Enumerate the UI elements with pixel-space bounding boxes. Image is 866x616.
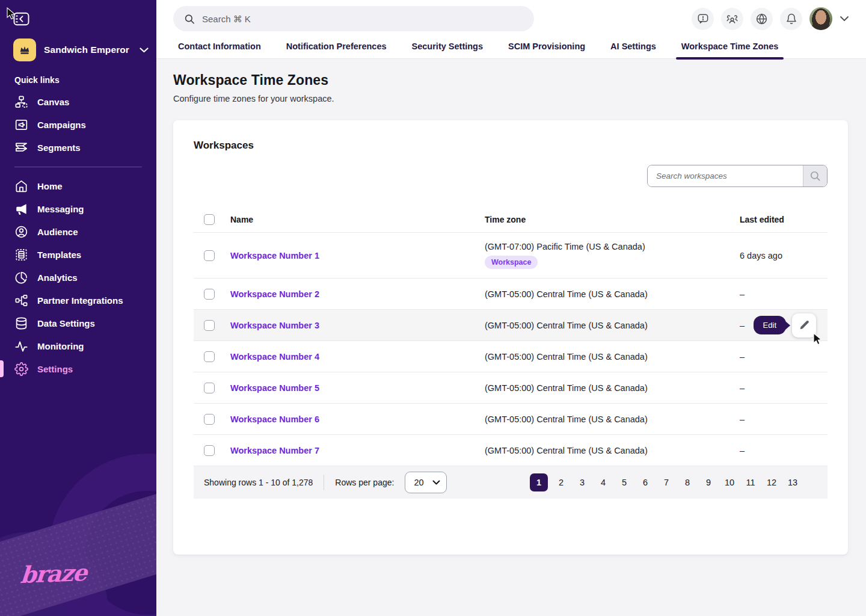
sidebar-item-analytics[interactable]: Analytics [0,266,156,289]
table-row: Workspace Number 5 (GMT-05:00) Central T… [194,372,828,404]
sidebar-item-label: Audience [37,227,78,237]
tab-scim-provisioning[interactable]: SCIM Provisioning [508,42,585,58]
sidebar-item-templates[interactable]: Templates [0,243,156,266]
edit-tooltip: Edit [754,316,786,334]
table-footer: Showing rows 1 - 10 of 1,278 Rows per pa… [194,466,828,499]
page-number[interactable]: 12 [764,473,779,491]
sidebar-item-segments[interactable]: Segments [0,136,156,159]
locale-button[interactable] [751,8,773,30]
tab-contact-information[interactable]: Contact Information [178,42,261,58]
page-number[interactable]: 3 [574,473,590,491]
workspace-search [647,165,828,187]
tab-ai-settings[interactable]: AI Settings [610,42,656,58]
topbar-actions [692,7,849,30]
main-area: Contact Information Notification Prefere… [156,0,866,616]
timezone-value: (GMT-05:00) Central Time (US & Canada) [485,414,740,424]
row-edit-controls: Edit [754,313,816,337]
row-checkbox[interactable] [204,250,215,261]
page-number[interactable]: 9 [701,473,716,491]
workspace-search-input[interactable] [648,165,803,186]
sidebar-item-label: Settings [37,364,73,374]
footer-divider [324,475,324,490]
page-number[interactable]: 1 [530,473,548,491]
workspace-link[interactable]: Workspace Number 6 [230,414,485,424]
workspace-link[interactable]: Workspace Number 5 [230,383,485,393]
sidebar-item-partner-integrations[interactable]: Partner Integrations [0,289,156,312]
sidebar-item-canvas[interactable]: Canvas [0,90,156,113]
notifications-button[interactable] [780,8,802,30]
row-checkbox[interactable] [204,351,215,362]
page-number[interactable]: 11 [743,473,758,491]
sidebar-item-settings[interactable]: Settings [0,357,156,380]
global-search[interactable] [173,6,534,31]
rows-per-page-value: 20 [414,478,423,487]
workspace-link[interactable]: Workspace Number 1 [230,251,485,260]
sidebar: Sandwich Emperor Quick links Canvas Camp… [0,0,156,616]
table-row-hovered: Workspace Number 3 (GMT-05:00) Central T… [194,310,828,341]
sidebar-item-data-settings[interactable]: Data Settings [0,312,156,334]
row-checkbox[interactable] [204,445,215,456]
page-number[interactable]: 7 [659,473,674,491]
page-number[interactable]: 8 [680,473,695,491]
row-checkbox[interactable] [204,289,215,300]
table-row: Workspace Number 6 (GMT-05:00) Central T… [194,404,828,435]
page-number[interactable]: 13 [785,473,800,491]
sidebar-item-messaging[interactable]: Messaging [0,197,156,220]
tab-security-settings[interactable]: Security Settings [412,42,483,58]
page-number[interactable]: 10 [722,473,737,491]
user-avatar[interactable] [809,7,832,30]
next-page-icon[interactable] [806,478,813,487]
braze-logo: braze [19,559,87,588]
sidebar-item-campaigns[interactable]: Campaigns [0,113,156,136]
pagination: 1 2 3 4 5 6 7 8 9 10 11 12 13 [517,473,813,491]
tab-notification-preferences[interactable]: Notification Preferences [286,42,387,58]
row-checkbox[interactable] [204,383,215,393]
table-row: Workspace Number 7 (GMT-05:00) Central T… [194,435,828,466]
select-all-checkbox[interactable] [204,214,215,225]
tab-workspace-time-zones[interactable]: Workspace Time Zones [681,42,778,58]
page-number[interactable]: 4 [595,473,611,491]
timezone-value: (GMT-05:00) Central Time (US & Canada) [485,446,740,455]
workspace-switcher[interactable]: Sandwich Emperor [13,38,149,61]
feedback-bubble-icon [697,13,709,25]
row-checkbox[interactable] [204,320,215,331]
previous-page-icon[interactable] [517,478,524,487]
workspace-link[interactable]: Workspace Number 4 [230,352,485,362]
sidebar-item-audience[interactable]: Audience [0,220,156,243]
sidebar-nav: Home Messaging Audience Templates [0,174,156,380]
card-title: Workspaces [194,140,828,152]
chevron-down-icon [432,480,440,485]
workspace-link[interactable]: Workspace Number 7 [230,446,485,455]
last-edited-value: – [740,414,828,424]
edit-button[interactable] [792,313,816,337]
global-search-input[interactable] [202,14,523,24]
column-header-last-edited: Last edited [740,215,828,224]
account-chevron-icon[interactable] [840,16,849,22]
sidebar-item-home[interactable]: Home [0,174,156,197]
globe-icon [755,13,768,25]
workspace-badge: Workspace [485,256,538,269]
rows-per-page-select[interactable]: 20 [405,472,447,493]
row-checkbox[interactable] [204,414,215,425]
sidebar-item-monitoring[interactable]: Monitoring [0,334,156,357]
page-number[interactable]: 2 [553,473,569,491]
page-number[interactable]: 5 [616,473,632,491]
timezone-value: (GMT-05:00) Central Time (US & Canada) [485,321,740,330]
timezone-value: (GMT-05:00) Central Time (US & Canada) [485,289,740,299]
workspace-link[interactable]: Workspace Number 2 [230,289,485,299]
quick-links-list: Canvas Campaigns Segments [0,90,156,159]
workspaces-table: Name Time zone Last edited Workspace Num… [194,206,828,499]
content: Workspace Time Zones Configure time zone… [156,59,866,616]
megaphone-icon [14,202,28,216]
page-number[interactable]: 6 [637,473,653,491]
workspace-link[interactable]: Workspace Number 3 [230,321,485,330]
workspace-search-button[interactable] [803,165,827,186]
people-icon [726,13,739,25]
mouse-cursor [6,7,17,20]
showing-rows-text: Showing rows 1 - 10 of 1,278 [204,478,313,487]
sidebar-divider [14,167,142,167]
user-management-button[interactable] [721,8,743,30]
feedback-button[interactable] [692,8,714,30]
settings-tabs: Contact Information Notification Prefere… [156,37,866,59]
sidebar-item-label: Messaging [37,204,84,214]
